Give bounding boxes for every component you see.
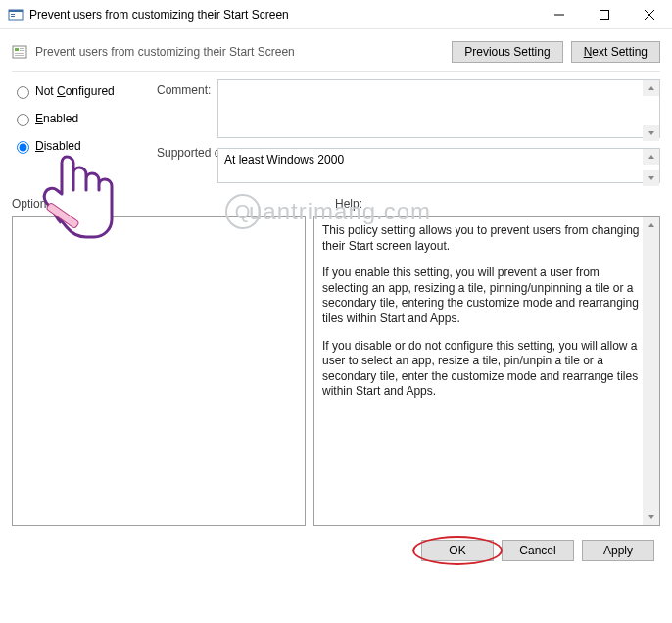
svg-marker-15: [648, 131, 654, 135]
scrollbar-track[interactable]: [643, 233, 659, 509]
comment-field[interactable]: [217, 79, 660, 142]
options-pane: [12, 216, 306, 526]
minimize-button[interactable]: [537, 0, 582, 29]
options-label: Options:: [12, 197, 306, 211]
policy-icon: [12, 44, 27, 60]
scroll-down-icon[interactable]: [643, 170, 659, 186]
ok-button[interactable]: OK: [421, 540, 494, 561]
svg-rect-3: [11, 16, 15, 17]
scroll-up-icon[interactable]: [643, 80, 659, 96]
apply-button[interactable]: Apply: [582, 540, 654, 561]
help-text: If you disable or do not configure this …: [322, 339, 640, 400]
state-radio-group: Not Configured Enabled Disabled: [12, 79, 157, 187]
supported-on-value: [217, 148, 660, 183]
svg-rect-12: [15, 53, 24, 54]
comment-label: Comment:: [157, 79, 217, 142]
svg-rect-8: [13, 46, 26, 58]
previous-setting-button[interactable]: Previous Setting: [452, 41, 562, 63]
window-icon: [8, 7, 24, 23]
scroll-down-icon[interactable]: [643, 509, 659, 525]
svg-marker-17: [648, 176, 654, 180]
svg-rect-2: [11, 14, 15, 15]
scroll-up-icon[interactable]: [643, 149, 659, 165]
help-label: Help:: [306, 197, 362, 211]
svg-rect-10: [20, 48, 24, 49]
cancel-button[interactable]: Cancel: [502, 540, 574, 561]
comment-scrollbar[interactable]: [643, 80, 659, 141]
window-titlebar: Prevent users from customizing their Sta…: [0, 0, 672, 29]
svg-marker-18: [648, 223, 654, 227]
svg-rect-9: [15, 48, 19, 51]
supported-on-field: [217, 148, 660, 187]
comment-textarea[interactable]: [217, 79, 660, 138]
policy-header: Prevent users from customizing their Sta…: [12, 41, 660, 63]
close-button[interactable]: [627, 0, 672, 29]
supported-on-label: Supported on:: [157, 142, 217, 187]
window-title: Prevent users from customizing their Sta…: [29, 8, 537, 22]
help-text: This policy setting allows you to preven…: [322, 223, 640, 254]
svg-marker-19: [648, 515, 654, 519]
svg-rect-11: [20, 50, 24, 51]
svg-rect-13: [15, 55, 24, 56]
radio-not-configured[interactable]: Not Configured: [12, 83, 157, 99]
svg-rect-5: [600, 10, 609, 19]
dialog-button-row: OK Cancel Apply: [12, 540, 654, 561]
scroll-up-icon[interactable]: [643, 217, 659, 233]
svg-rect-1: [9, 10, 23, 12]
help-scrollbar[interactable]: [643, 217, 659, 525]
svg-marker-16: [648, 155, 654, 159]
radio-enabled[interactable]: Enabled: [12, 111, 157, 126]
supported-scrollbar[interactable]: [643, 149, 659, 186]
radio-disabled[interactable]: Disabled: [12, 138, 157, 154]
help-text: If you enable this setting, you will pre…: [322, 265, 640, 326]
help-pane: This policy setting allows you to preven…: [313, 216, 660, 526]
next-setting-button[interactable]: Next Setting: [571, 41, 660, 63]
scroll-down-icon[interactable]: [643, 125, 659, 141]
divider: [12, 71, 660, 72]
maximize-button[interactable]: [582, 0, 627, 29]
svg-marker-14: [648, 86, 654, 90]
policy-title: Prevent users from customizing their Sta…: [35, 45, 452, 59]
